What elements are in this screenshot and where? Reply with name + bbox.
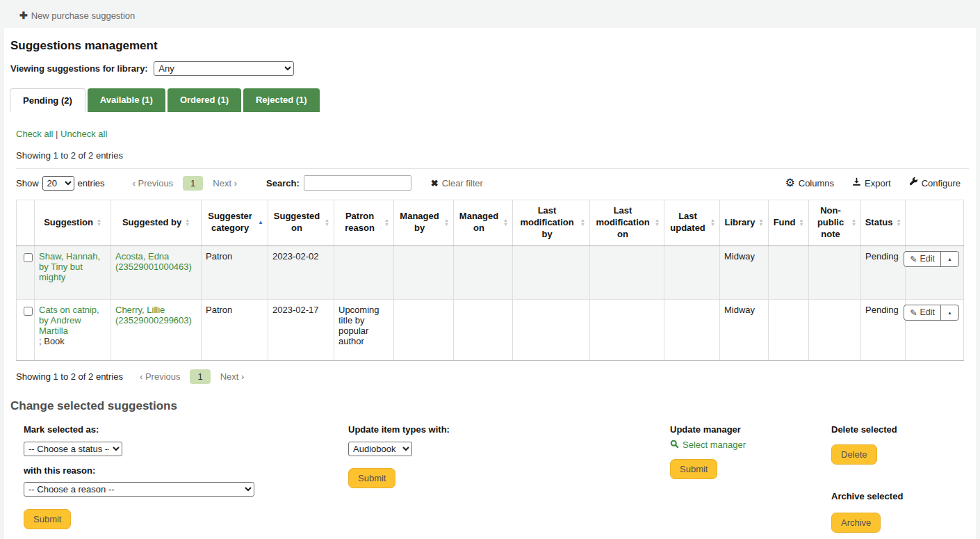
cell-checkbox	[17, 299, 35, 360]
item-types-submit-button[interactable]: Submit	[348, 468, 395, 488]
item-types-fieldset: Update item types with: Audiobook Submit	[348, 424, 670, 533]
status-select[interactable]: -- Choose a status --	[24, 442, 122, 456]
cell-fund	[769, 299, 809, 360]
new-purchase-suggestion-button[interactable]: ✚New purchase suggestion	[19, 10, 135, 21]
edit-button[interactable]: ✎Edit	[904, 305, 940, 320]
header-last-modification-by[interactable]: Last modification by▲▼	[513, 200, 590, 246]
header-managed-on[interactable]: Managed on▲▼	[454, 200, 513, 246]
header-suggestion[interactable]: Suggestion▲▼	[35, 200, 111, 246]
row-checkbox[interactable]	[24, 307, 33, 316]
check-links-row: Check all | Uncheck all	[16, 129, 969, 139]
manager-submit-button[interactable]: Submit	[670, 459, 717, 479]
header-managed-by[interactable]: Managed by▲▼	[394, 200, 454, 246]
patron-link[interactable]: Acosta, Edna (23529001000463)	[115, 251, 192, 272]
next-page-button[interactable]: Next ›	[220, 371, 245, 382]
delete-button[interactable]: Delete	[831, 444, 877, 465]
header-checkbox	[17, 200, 35, 246]
update-manager-fieldset: Update manager Select manager Submit	[670, 424, 831, 533]
patron-link[interactable]: Cherry, Lillie (23529000299603)	[115, 305, 192, 325]
search-input[interactable]	[304, 175, 411, 191]
cell-last-modification-by	[513, 299, 590, 360]
header-last-modification-on[interactable]: Last modification on▲▼	[590, 200, 664, 246]
header-suggested-by[interactable]: Suggested by▲▼	[111, 200, 202, 246]
archive-button[interactable]: Archive	[831, 513, 881, 533]
caret-up-icon: ▲	[947, 310, 952, 315]
item-types-label: Update item types with:	[348, 424, 670, 435]
export-button[interactable]: Export	[852, 177, 891, 188]
cell-last-modification-on	[590, 246, 664, 299]
table-header-row: Suggestion▲▼ Suggested by▲▼ Suggester ca…	[17, 200, 964, 246]
new-purchase-suggestion-label: New purchase suggestion	[31, 10, 136, 21]
page-length-select[interactable]: 20	[42, 176, 74, 191]
current-page-number[interactable]: 1	[190, 369, 210, 384]
header-status[interactable]: Status▲▼	[861, 200, 906, 246]
pagination-bottom: ‹ Previous 1 Next ›	[140, 369, 244, 384]
sort-icon: ▲▼	[325, 218, 329, 227]
header-fund[interactable]: Fund▲▼	[769, 200, 809, 246]
select-manager-label: Select manager	[683, 440, 746, 450]
cell-non-public-note	[809, 299, 861, 360]
cell-suggester-category: Patron	[202, 299, 268, 360]
select-manager-link[interactable]: Select manager	[670, 440, 831, 451]
x-icon: ✖	[431, 178, 439, 188]
showing-entries-bottom: Showing 1 to 2 of 2 entries	[16, 371, 123, 382]
pagination-top: ‹ Previous 1 Next ›	[133, 176, 237, 191]
row-checkbox[interactable]	[24, 253, 33, 262]
check-all-link[interactable]: Check all	[16, 129, 53, 139]
cell-last-modification-by	[513, 246, 590, 299]
tab-available[interactable]: Available (1)	[88, 88, 165, 112]
header-suggester-category[interactable]: Suggester category▲	[202, 200, 268, 246]
tab-rejected[interactable]: Rejected (1)	[243, 88, 320, 112]
columns-button[interactable]: ⚙ Columns	[785, 177, 834, 188]
edit-dropdown-toggle[interactable]: ▲	[940, 305, 958, 320]
cell-library: Midway	[720, 299, 769, 360]
previous-page-button[interactable]: ‹ Previous	[133, 178, 174, 188]
edit-split-button: ✎Edit ▲	[904, 305, 959, 321]
mark-selected-fieldset: Mark selected as: -- Choose a status -- …	[24, 424, 348, 533]
sort-icon: ▲▼	[503, 218, 508, 227]
tab-pending[interactable]: Pending (2)	[10, 88, 85, 112]
table-tools: ⚙ Columns Export Configure	[785, 177, 969, 188]
cell-library: Midway	[720, 246, 769, 299]
reason-select[interactable]: -- Choose a reason --	[24, 482, 254, 497]
check-links-separator: |	[56, 129, 58, 139]
edit-split-button: ✎Edit ▲	[904, 251, 959, 267]
next-page-button[interactable]: Next ›	[213, 178, 237, 188]
delete-selected-label: Delete selected	[831, 424, 969, 435]
caret-up-icon: ▲	[947, 257, 952, 262]
suggestion-link[interactable]: Cats on catnip, by Andrew Martilla	[39, 305, 99, 336]
item-type-select[interactable]: Audiobook	[348, 442, 412, 456]
header-non-public-note[interactable]: Non-public note▲▼	[809, 200, 861, 246]
clear-filter-button[interactable]: ✖ Clear filter	[431, 178, 483, 188]
cell-non-public-note	[809, 246, 861, 299]
cell-actions: ✎Edit ▲	[906, 246, 964, 299]
cell-patron-reason	[334, 246, 394, 299]
mark-submit-button[interactable]: Submit	[24, 509, 71, 529]
cell-suggested-by: Acosta, Edna (23529001000463)	[111, 246, 202, 299]
cell-checkbox	[17, 246, 35, 299]
configure-label: Configure	[922, 178, 961, 188]
current-page-number[interactable]: 1	[183, 176, 203, 191]
entries-label: entries	[78, 178, 105, 188]
library-filter-select[interactable]: Any	[154, 61, 294, 76]
chevron-right-icon: ›	[234, 178, 237, 188]
bulk-section-title: Change selected suggestions	[10, 399, 969, 413]
header-last-updated[interactable]: Last updated▲▼	[664, 200, 720, 246]
configure-button[interactable]: Configure	[909, 177, 961, 188]
header-library[interactable]: Library▲▼	[720, 200, 769, 246]
table-footer: Showing 1 to 2 of 2 entries ‹ Previous 1…	[16, 369, 969, 384]
previous-page-button[interactable]: ‹ Previous	[140, 371, 181, 382]
suggestions-table: Suggestion▲▼ Suggested by▲▼ Suggester ca…	[16, 200, 964, 361]
gear-icon: ⚙	[785, 177, 794, 188]
archive-selected-label: Archive selected	[831, 491, 969, 501]
page-toolbar: ✚New purchase suggestion	[0, 0, 980, 28]
suggestion-link[interactable]: Shaw, Hannah, by Tiny but mighty	[39, 251, 100, 282]
uncheck-all-link[interactable]: Uncheck all	[60, 129, 107, 139]
edit-dropdown-toggle[interactable]: ▲	[940, 252, 958, 266]
cell-suggester-category: Patron	[202, 246, 268, 299]
tab-ordered[interactable]: Ordered (1)	[168, 88, 241, 112]
header-patron-reason[interactable]: Patron reason▲▼	[334, 200, 394, 246]
header-suggested-on[interactable]: Suggested on▲▼	[268, 200, 334, 246]
show-label: Show	[16, 178, 39, 188]
edit-button[interactable]: ✎Edit	[904, 252, 940, 266]
